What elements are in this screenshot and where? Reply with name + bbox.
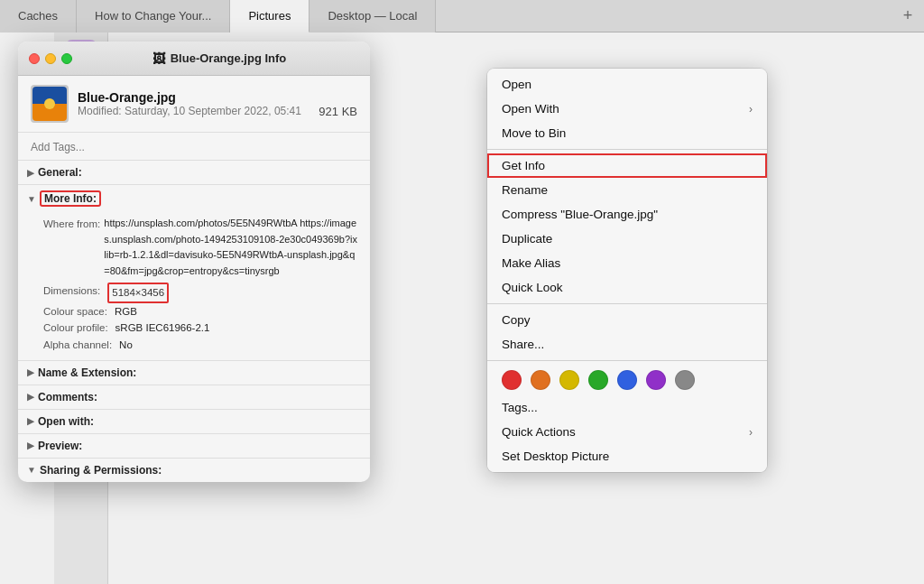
menu-item-share[interactable]: Share... [487,332,767,357]
arrow-icon: › [749,103,753,116]
file-thumbnail-small [31,85,69,123]
menu-item-tags[interactable]: Tags... [487,395,767,420]
separator-1 [487,149,767,150]
more-info-section-header[interactable]: ▼ More Info: [18,185,110,212]
info-window-title: 🖼 Blue-Orange.jpg Info [79,51,359,66]
arrow-icon-2: › [749,426,753,439]
tag-orange[interactable] [531,370,550,390]
tab-how-to-change[interactable]: How to Change Your... [77,0,230,32]
menu-item-open-with[interactable]: Open With › [487,97,767,121]
menu-item-set-desktop[interactable]: Set Desktop Picture [487,444,767,468]
tab-bar: Caches How to Change Your... Pictures De… [0,0,924,32]
open-with-section: ▶ Open with: [18,410,370,434]
menu-item-get-info[interactable]: Get Info [487,153,767,178]
general-section: ▶ General: [18,161,370,185]
color-tags-row [487,365,767,395]
menu-item-compress[interactable]: Compress "Blue-Orange.jpg" [487,202,767,227]
menu-item-quick-actions[interactable]: Quick Actions › [487,420,767,444]
chevron-down-icon: ▼ [27,194,36,204]
menu-item-copy[interactable]: Copy [487,308,767,332]
menu-item-open[interactable]: Open [487,72,767,97]
chevron-right-icon-4: ▶ [27,416,34,426]
more-info-section: ▼ More Info: Where from: https://unsplas… [18,185,370,361]
colour-profile-row: Colour profile: sRGB IEC61966-2.1 [43,320,357,336]
traffic-lights [29,53,72,64]
menu-item-rename[interactable]: Rename [487,178,767,202]
tab-pictures[interactable]: Pictures [230,0,310,32]
menu-item-move-to-bin[interactable]: Move to Bin [487,121,767,145]
tags-input[interactable] [31,141,357,153]
context-menu: Open Open With › Move to Bin Get Info Re… [487,69,767,472]
colour-space-row: Colour space: RGB [43,303,357,320]
minimize-button[interactable] [45,53,56,64]
file-meta: Blue-Orange.jpg 921 KB Modified: Saturda… [78,90,357,118]
separator-3 [487,360,767,361]
tag-green[interactable] [588,370,608,390]
sharing-header[interactable]: ▼ Sharing & Permissions: [18,459,370,482]
comments-header[interactable]: ▶ Comments: [18,385,370,409]
where-from-row: Where from: https://unsplash.com/photos/… [43,216,357,279]
tag-gray[interactable] [675,370,695,390]
tab-desktop-local[interactable]: Desktop — Local [310,0,436,32]
preview-header[interactable]: ▶ Preview: [18,434,370,458]
preview-section: ▶ Preview: [18,434,370,459]
menu-item-duplicate[interactable]: Duplicate [487,227,767,251]
chevron-right-icon-5: ▶ [27,440,34,450]
info-window: 🖼 Blue-Orange.jpg Info Blue-Orange.jpg 9… [18,42,370,482]
info-file-header: Blue-Orange.jpg 921 KB Modified: Saturda… [18,76,370,133]
add-tab-button[interactable]: + [892,0,924,32]
menu-item-make-alias[interactable]: Make Alias [487,251,767,275]
comments-section: ▶ Comments: [18,385,370,410]
chevron-right-icon-2: ▶ [27,367,34,377]
separator-2 [487,303,767,304]
tab-caches[interactable]: Caches [0,0,77,32]
info-titlebar: 🖼 Blue-Orange.jpg Info [18,42,370,76]
name-ext-section: ▶ Name & Extension: [18,361,370,385]
tag-yellow[interactable] [559,370,579,390]
chevron-down-icon-2: ▼ [27,465,36,475]
more-info-label-box: More Info: [40,190,101,207]
chevron-right-icon: ▶ [27,168,34,178]
more-info-content: Where from: https://unsplash.com/photos/… [18,212,370,360]
tag-purple[interactable] [646,370,666,390]
chevron-right-icon-3: ▶ [27,392,34,402]
file-name: Blue-Orange.jpg [78,90,357,105]
file-modified: Modified: Saturday, 10 September 2022, 0… [78,105,357,117]
menu-item-quick-look[interactable]: Quick Look [487,275,767,300]
alpha-row: Alpha channel: No [43,337,357,353]
file-size: 921 KB [319,105,357,118]
tag-blue[interactable] [617,370,637,390]
zoom-button[interactable] [61,53,72,64]
open-with-header[interactable]: ▶ Open with: [18,410,370,433]
dimensions-value-box: 5184×3456 [107,283,169,302]
main-content: britt... PvetM... Blue-Orange.j [0,32,924,584]
name-ext-header[interactable]: ▶ Name & Extension: [18,361,370,385]
sharing-section: ▼ Sharing & Permissions: [18,459,370,482]
general-section-header[interactable]: ▶ General: [18,161,370,184]
dimensions-row: Dimensions: 5184×3456 [43,283,357,302]
tag-red[interactable] [502,370,522,390]
tags-row [18,133,370,161]
close-button[interactable] [29,53,40,64]
